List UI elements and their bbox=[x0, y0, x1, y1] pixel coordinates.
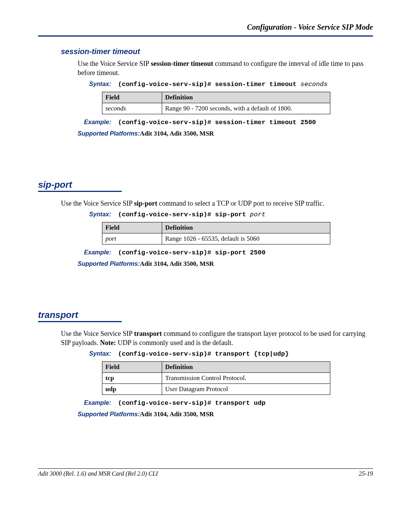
section-sip-port: sip-port Use the Voice Service SIP sip-p… bbox=[38, 179, 373, 268]
page-footer: Adit 3000 (Rel. 1.6) and MSR Card (Rel 2… bbox=[38, 468, 373, 477]
command-text: (config-voice-serv-sip)# sip-port bbox=[118, 211, 250, 218]
example-command: (config-voice-serv-sip)# transport udp bbox=[118, 399, 266, 407]
section-underline bbox=[38, 321, 122, 322]
table-cell-definition: Transmission Control Protocol. bbox=[162, 373, 330, 384]
table-cell-field: udp bbox=[102, 384, 162, 395]
command-arg: seconds bbox=[300, 81, 327, 88]
syntax-label: Syntax: bbox=[78, 81, 111, 88]
platforms-value: Adit 3104, Adit 3500, MSR bbox=[140, 411, 214, 418]
example-command: (config-voice-serv-sip)# sip-port 2500 bbox=[118, 249, 266, 256]
table-cell-field: port bbox=[102, 233, 162, 244]
platforms-value: Adit 3104, Adit 3500, MSR bbox=[140, 130, 214, 137]
example-command: (config-voice-serv-sip)# session-timer t… bbox=[118, 119, 316, 126]
command-arg: port bbox=[250, 211, 266, 218]
table-row: port Range 1026 - 65535, default is 5060 bbox=[102, 233, 330, 244]
example-row: Example: (config-voice-serv-sip)# sip-po… bbox=[78, 249, 373, 256]
text-bold: sip-port bbox=[134, 200, 157, 207]
table-header-field: Field bbox=[102, 222, 162, 233]
table-header-definition: Definition bbox=[162, 92, 330, 103]
session-timer-description: Use the Voice Service SIP session-timer … bbox=[78, 59, 373, 78]
note-label: Note: bbox=[100, 339, 116, 347]
text-bold: session-timer timeout bbox=[151, 60, 213, 67]
text: command to select a TCP or UDP port to r… bbox=[157, 200, 324, 207]
table-row: udp User Datagram Protocol bbox=[102, 384, 330, 395]
section-transport: transport Use the Voice Service SIP tran… bbox=[38, 310, 373, 419]
platforms-label: Supported Platforms: bbox=[78, 130, 140, 137]
sip-port-description: Use the Voice Service SIP sip-port comma… bbox=[61, 199, 373, 208]
field-definition-table: Field Definition seconds Range 90 - 7200… bbox=[102, 92, 330, 114]
text-bold: transport bbox=[134, 330, 162, 337]
syntax-row: Syntax: (config-voice-serv-sip)# sip-por… bbox=[78, 211, 373, 218]
platforms-row: Supported Platforms: Adit 3104, Adit 350… bbox=[78, 411, 373, 418]
syntax-command: (config-voice-serv-sip)# sip-port port bbox=[118, 211, 266, 218]
example-row: Example: (config-voice-serv-sip)# sessio… bbox=[78, 119, 373, 126]
syntax-command: (config-voice-serv-sip)# transport {tcp|… bbox=[118, 350, 289, 358]
syntax-label: Syntax: bbox=[78, 350, 111, 357]
section-title-transport: transport bbox=[38, 310, 373, 320]
table-row: seconds Range 90 - 7200 seconds, with a … bbox=[102, 103, 330, 114]
footer-left-text: Adit 3000 (Rel. 1.6) and MSR Card (Rel 2… bbox=[38, 470, 158, 477]
field-definition-table: Field Definition tcp Transmission Contro… bbox=[102, 361, 330, 395]
platforms-row: Supported Platforms: Adit 3104, Adit 350… bbox=[78, 130, 373, 137]
command-text: (config-voice-serv-sip)# session-timer t… bbox=[118, 81, 300, 88]
section-title-sip-port: sip-port bbox=[38, 179, 373, 190]
syntax-command: (config-voice-serv-sip)# session-timer t… bbox=[118, 81, 328, 88]
table-header-definition: Definition bbox=[162, 362, 330, 373]
table-cell-field: seconds bbox=[102, 103, 162, 114]
syntax-row: Syntax: (config-voice-serv-sip)# session… bbox=[78, 81, 373, 88]
example-label: Example: bbox=[78, 119, 111, 126]
table-cell-definition: User Datagram Protocol bbox=[162, 384, 330, 395]
footer-page-number: 25-19 bbox=[359, 470, 373, 477]
syntax-row: Syntax: (config-voice-serv-sip)# transpo… bbox=[78, 350, 373, 358]
text: Use the Voice Service SIP bbox=[61, 200, 134, 207]
table-cell-field: tcp bbox=[102, 373, 162, 384]
text: Use the Voice Service SIP bbox=[61, 330, 134, 337]
field-definition-table: Field Definition port Range 1026 - 65535… bbox=[102, 222, 330, 244]
page-header-title: Configuration - Voice Service SIP Mode bbox=[38, 23, 373, 32]
page: Configuration - Voice Service SIP Mode s… bbox=[0, 0, 411, 494]
subsection-title-session-timer: session-timer timeout bbox=[61, 47, 373, 56]
table-row: tcp Transmission Control Protocol. bbox=[102, 373, 330, 384]
platforms-label: Supported Platforms: bbox=[78, 260, 140, 267]
table-header-field: Field bbox=[102, 362, 162, 373]
table-header-definition: Definition bbox=[162, 222, 330, 233]
example-label: Example: bbox=[78, 249, 111, 256]
table-cell-definition: Range 90 - 7200 seconds, with a default … bbox=[162, 103, 330, 114]
transport-description: Use the Voice Service SIP transport comm… bbox=[61, 329, 373, 348]
syntax-label: Syntax: bbox=[78, 211, 111, 218]
table-header-field: Field bbox=[102, 92, 162, 103]
platforms-label: Supported Platforms: bbox=[78, 411, 140, 418]
header-rule bbox=[38, 35, 373, 37]
table-cell-definition: Range 1026 - 65535, default is 5060 bbox=[162, 233, 330, 244]
text: Use the Voice Service SIP bbox=[78, 60, 151, 67]
text: UDP is commonly used and is the default. bbox=[116, 339, 233, 347]
platforms-row: Supported Platforms: Adit 3104, Adit 350… bbox=[78, 260, 373, 268]
example-row: Example: (config-voice-serv-sip)# transp… bbox=[78, 399, 373, 407]
example-label: Example: bbox=[78, 399, 111, 406]
section-session-timer: session-timer timeout Use the Voice Serv… bbox=[38, 47, 373, 137]
section-underline bbox=[38, 191, 122, 192]
platforms-value: Adit 3104, Adit 3500, MSR bbox=[140, 260, 214, 267]
